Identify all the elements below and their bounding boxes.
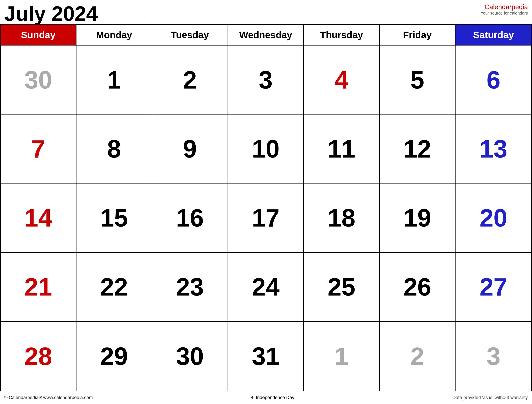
week-row-2: 78910111213 [1, 114, 531, 183]
calendar-cell-2-6[interactable]: 20 [456, 183, 531, 252]
calendar-cell-2-2[interactable]: 16 [152, 183, 228, 252]
header-friday: Friday [380, 25, 456, 45]
header-wednesday: Wednesday [228, 25, 304, 45]
header-sunday: Sunday [1, 25, 76, 45]
footer-left: © Calendarpedia® www.calendarpedia.com [4, 395, 93, 400]
brand-logo: Calendarpedia Your source for calendars [481, 2, 528, 16]
calendar-header: July 2024 Calendarpedia Your source for … [0, 0, 532, 24]
footer-copyright: © Calendarpedia® www.calendarpedia.com [4, 395, 93, 400]
week-row-3: 14151617181920 [1, 183, 531, 252]
calendar-cell-3-2[interactable]: 23 [152, 253, 228, 321]
calendar-cell-4-5[interactable]: 2 [380, 322, 456, 391]
header-tuesday: Tuesday [152, 25, 228, 45]
header-thursday: Thursday [304, 25, 380, 45]
day-headers-row: Sunday Monday Tuesday Wednesday Thursday… [1, 25, 531, 45]
calendar-cell-2-4[interactable]: 18 [304, 183, 380, 252]
calendar-cell-2-0[interactable]: 14 [1, 183, 76, 252]
calendar-cell-4-6[interactable]: 3 [456, 322, 531, 391]
calendar-cell-0-3[interactable]: 3 [228, 45, 304, 114]
calendar-cell-1-1[interactable]: 8 [76, 114, 152, 183]
calendar-cell-2-1[interactable]: 15 [76, 183, 152, 252]
calendar-cell-1-2[interactable]: 9 [152, 114, 228, 183]
calendar-cell-1-0[interactable]: 7 [1, 114, 76, 183]
calendar-cell-4-4[interactable]: 1 [304, 322, 380, 391]
calendar-container: Sunday Monday Tuesday Wednesday Thursday… [0, 24, 532, 391]
week-row-1: 30123456 [1, 45, 531, 114]
week-row-4: 21222324252627 [1, 253, 531, 322]
calendar-cell-1-3[interactable]: 10 [228, 114, 304, 183]
calendar-footer: © Calendarpedia® www.calendarpedia.com 4… [0, 391, 532, 404]
calendar-grid: 3012345678910111213141516171819202122232… [1, 45, 531, 391]
week-row-5: 28293031123 [1, 322, 531, 391]
header-monday: Monday [76, 25, 152, 45]
calendar-cell-3-1[interactable]: 22 [76, 253, 152, 321]
calendar-cell-4-0[interactable]: 28 [1, 322, 76, 391]
calendar-cell-4-2[interactable]: 30 [152, 322, 228, 391]
calendar-cell-2-3[interactable]: 17 [228, 183, 304, 252]
brand-name: Calendarpedia [485, 3, 528, 11]
calendar-cell-0-5[interactable]: 5 [380, 45, 456, 114]
month-title: July 2024 [4, 2, 98, 25]
calendar-cell-4-3[interactable]: 31 [228, 322, 304, 391]
calendar-cell-3-6[interactable]: 27 [456, 253, 531, 321]
header-saturday: Saturday [456, 25, 531, 45]
brand-name-part2: pedia [512, 3, 528, 11]
brand-name-part1: Calendar [485, 3, 512, 11]
calendar-cell-0-1[interactable]: 1 [76, 45, 152, 114]
calendar-cell-1-5[interactable]: 12 [380, 114, 456, 183]
calendar-cell-0-2[interactable]: 2 [152, 45, 228, 114]
calendar-cell-3-3[interactable]: 24 [228, 253, 304, 321]
brand-tagline: Your source for calendars [481, 11, 528, 16]
footer-disclaimer: Data provided 'as is' without warranty [452, 395, 528, 400]
calendar-cell-0-4[interactable]: 4 [304, 45, 380, 114]
calendar-cell-3-5[interactable]: 26 [380, 253, 456, 321]
page-wrapper: July 2024 Calendarpedia Your source for … [0, 0, 532, 404]
calendar-cell-0-0[interactable]: 30 [1, 45, 76, 114]
footer-holiday: 4: Independence Day [251, 395, 294, 400]
calendar-cell-1-4[interactable]: 11 [304, 114, 380, 183]
calendar-cell-4-1[interactable]: 29 [76, 322, 152, 391]
calendar-cell-1-6[interactable]: 13 [456, 114, 531, 183]
calendar-cell-0-6[interactable]: 6 [456, 45, 531, 114]
calendar-cell-3-0[interactable]: 21 [1, 253, 76, 321]
calendar-cell-2-5[interactable]: 19 [380, 183, 456, 252]
calendar-cell-3-4[interactable]: 25 [304, 253, 380, 321]
